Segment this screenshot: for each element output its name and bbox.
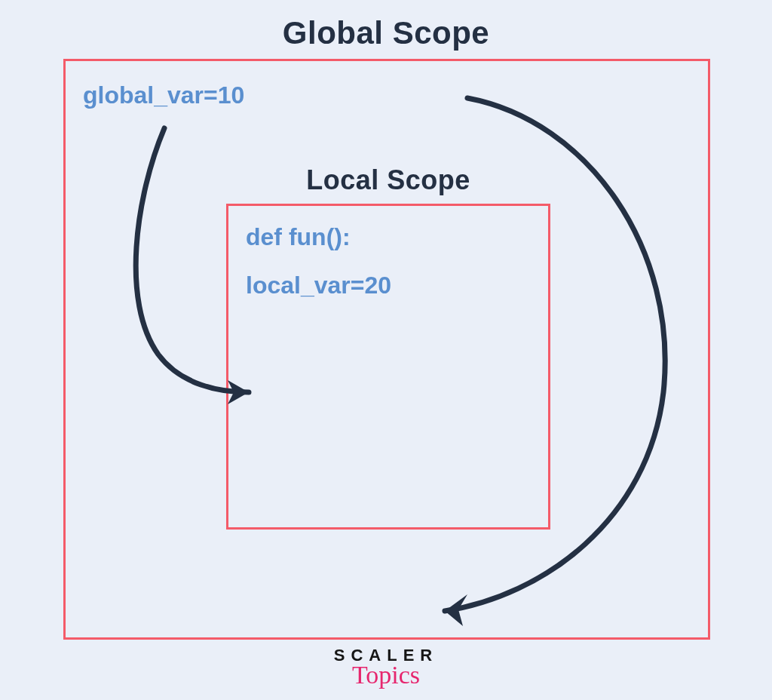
local-scope-box <box>226 204 550 530</box>
global-var-code: global_var=10 <box>83 81 244 109</box>
local-var-code: local_var=20 <box>246 272 391 299</box>
brand-logo: SCALER Topics <box>0 646 772 689</box>
global-scope-title: Global Scope <box>0 15 772 51</box>
local-scope-title: Local Scope <box>226 164 550 196</box>
def-fun-code: def fun(): <box>246 223 351 251</box>
brand-word-topics: Topics <box>0 661 772 689</box>
